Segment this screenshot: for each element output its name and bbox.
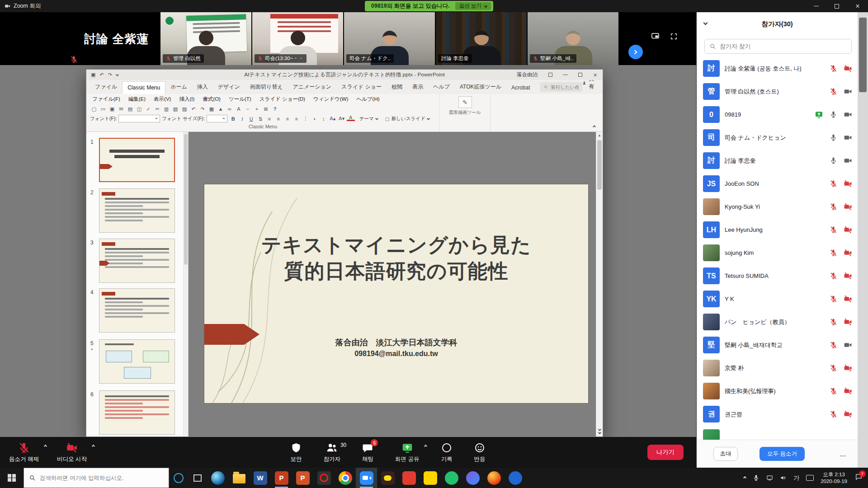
next-participants-page-button[interactable] [628,45,643,59]
taskbar-app-red-icon[interactable] [398,468,420,488]
menu-file[interactable]: ファイル(F) [88,96,124,103]
tab-home[interactable]: ホーム [165,80,192,94]
ribbon-display-options-button[interactable] [543,70,558,80]
participant-row[interactable]: 管 管理 白以然 (호스트) [697,80,858,103]
ime-korean-indicator[interactable]: 가 [793,474,799,482]
slide-scrollbar[interactable]: ▲ [596,132,603,426]
ppt-close-button[interactable]: × [588,70,603,80]
participant-row[interactable]: LH Lee HyunJung [697,218,858,241]
font-size-combobox[interactable] [207,115,227,122]
reactions-button[interactable]: 반응 [474,442,485,463]
panel-scrollbar[interactable] [858,12,868,468]
thumbnail[interactable] [99,390,175,435]
start-video-button[interactable]: 비디오 시작 [57,442,87,463]
numbering-icon[interactable]: ⋮ [302,115,310,122]
video-options-chevron-icon[interactable] [92,444,95,447]
format-painter-icon[interactable]: ▨ [180,105,189,113]
justify-icon[interactable]: ≡ [292,115,301,122]
menu-edit[interactable]: 編集(E) [124,96,150,103]
participants-button[interactable]: 30 참가자 [323,442,340,463]
tab-acrobat[interactable]: Acrobat [506,82,535,94]
new-slide-button[interactable]: ▢新しいスライド [382,116,432,122]
cortana-button[interactable] [169,468,188,488]
undo-icon[interactable]: ↶ [189,105,198,113]
tab-insert[interactable]: 挿入 [192,80,213,94]
new-icon[interactable]: ▢ [90,105,98,113]
save-icon[interactable]: ▣ [91,72,95,78]
taskbar-search[interactable] [24,468,169,488]
customize-qat-icon[interactable] [116,73,119,76]
undo-icon[interactable]: ↶ [99,72,104,78]
menu-slideshow[interactable]: スライド ショー(D) [255,96,309,103]
taskbar-app-blue-icon[interactable] [505,468,526,488]
chat-button[interactable]: 6 채팅 [362,442,373,463]
taskbar-clock[interactable]: 오후 2:13 2020-09-19 [821,471,847,484]
maximize-button[interactable] [826,0,847,12]
network-icon[interactable] [766,474,773,481]
tab-review[interactable]: 校閲 [387,80,407,94]
tab-design[interactable]: デザイン [213,80,245,94]
taskbar-word-icon[interactable]: W [250,468,271,488]
taskbar-zoom-icon[interactable] [356,468,377,488]
tell-me-search[interactable] [540,82,582,92]
taskbar-powerpoint2-icon[interactable]: P [292,468,313,488]
taskbar-app-yellow-icon[interactable] [420,468,441,488]
start-button[interactable] [0,468,24,488]
tab-file[interactable]: ファイル [90,80,122,94]
menu-help[interactable]: ヘルプ(H) [352,96,383,103]
open-icon[interactable]: ▭ [99,105,107,113]
underline-icon[interactable]: U [247,115,255,122]
video-tile[interactable]: 討論 李忠奎 [436,12,528,65]
action-center-button[interactable]: 7 [855,473,863,483]
tab-help[interactable]: ヘルプ [428,80,455,94]
print-preview-icon[interactable]: ◫ [135,105,143,113]
tab-slideshow[interactable]: スライド ショー [336,80,387,94]
participant-row[interactable]: 討 討論 全紫蓮 (공동 호스트, 나) [697,57,858,80]
account-name[interactable]: 落合由治 [511,71,543,78]
share-screen-button[interactable]: 화면 공유 [395,442,419,463]
italic-icon[interactable]: I [238,115,246,122]
menu-view[interactable]: 表示(V) [150,96,175,103]
taskbar-app-green-icon[interactable] [441,468,462,488]
drawing-tool-button[interactable]: ✎ [458,96,472,108]
taskbar-acrobat-icon[interactable] [313,468,335,488]
menu-insert[interactable]: 挿入(I) [175,96,198,103]
participant-row[interactable]: 권 권근령 [697,403,858,426]
align-center-icon[interactable]: ≡ [274,115,283,122]
participant-row-partial[interactable] [697,426,858,440]
participant-row[interactable]: 0 09819 [697,103,858,126]
menu-format[interactable]: 書式(O) [198,96,225,103]
invite-button[interactable]: 초대 [713,447,738,461]
video-tile[interactable]: 司会(13:30~・・ [252,12,344,65]
thumbnail[interactable] [99,339,175,384]
participants-search[interactable] [704,39,852,54]
bullets-icon[interactable]: • [311,115,319,122]
participant-row[interactable]: YK Y K [697,287,858,310]
record-button[interactable]: 기록 [441,442,452,463]
tab-animations[interactable]: アニメーション [288,80,336,94]
tray-mic-icon[interactable] [753,474,760,481]
save-icon[interactable]: ▣ [108,105,116,113]
redo-icon[interactable]: ↷ [198,105,207,113]
paste-icon[interactable]: ▧ [171,105,179,113]
participant-row[interactable]: パン ヒョンビ（教員） [697,310,858,333]
popout-view-icon[interactable] [650,32,660,40]
thumbnail-scrollbar[interactable] [183,132,188,436]
minimize-button[interactable] [806,0,826,12]
taskbar-kakaotalk-icon[interactable] [377,468,398,488]
participant-row[interactable]: 京愛 朴 [697,357,858,380]
thumbnail[interactable] [99,288,175,333]
align-right-icon[interactable]: ≡ [283,115,292,122]
thumbnail[interactable] [99,188,175,233]
audio-options-chevron-icon[interactable] [44,444,47,447]
tab-classic-menu[interactable]: Classic Menu [122,81,165,94]
ppt-minimize-button[interactable] [558,70,573,80]
ppt-maximize-button[interactable] [573,70,588,80]
view-options-button[interactable]: 옵션 보기 [455,2,491,10]
next-slide-buttons[interactable] [596,426,603,436]
taskbar-chrome-icon[interactable] [335,468,356,488]
menu-window[interactable]: ウィンドウ(W) [309,96,352,103]
hyperlink-icon[interactable]: ∞ [226,105,234,113]
close-button[interactable]: × [847,0,868,12]
theme-button[interactable]: テーマ [357,116,381,122]
